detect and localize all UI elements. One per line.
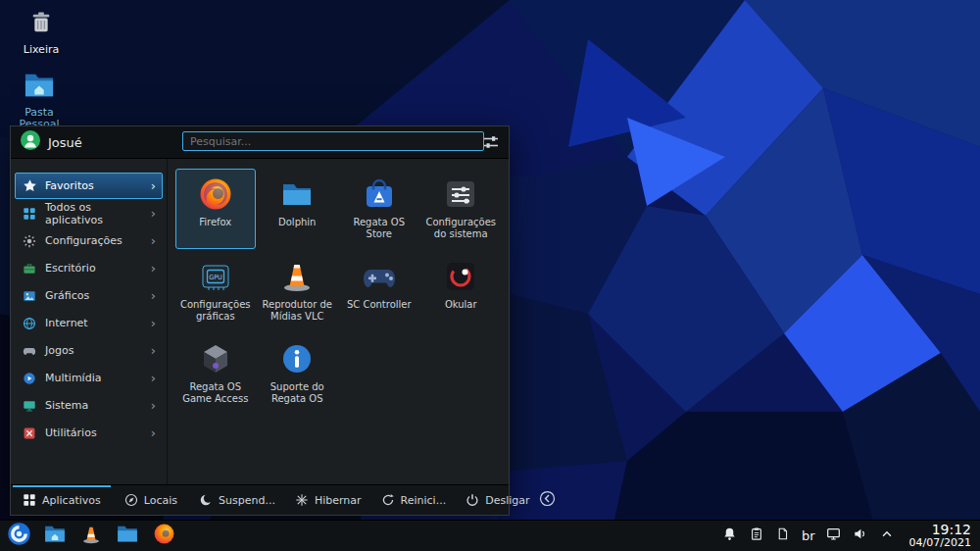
app-tile-label: Regata OS Game Access xyxy=(176,381,255,405)
app-tile-label: Configurações do sistema xyxy=(422,217,501,240)
display-icon xyxy=(826,526,841,545)
action-label: Hibernar xyxy=(315,494,362,507)
taskbar-home-folder-button[interactable] xyxy=(42,524,68,549)
tab-label: Aplicativos xyxy=(42,494,101,507)
app-tile-firefox[interactable]: Firefox xyxy=(175,169,256,249)
notifications-button[interactable] xyxy=(722,527,738,543)
chevron-right-icon: › xyxy=(151,399,156,412)
expand-caret-icon xyxy=(880,526,894,545)
vlc-cone-icon xyxy=(279,259,315,294)
sidebar-item-label: Todos os aplicativos xyxy=(45,201,143,226)
home-folder-icon xyxy=(23,71,56,104)
svg-text:GPU: GPU xyxy=(209,274,222,281)
app-tile-label: SC Controller xyxy=(347,299,412,311)
app-tile-sc-controller[interactable]: SC Controller xyxy=(339,251,419,331)
app-tile-label: Dolphin xyxy=(278,217,316,228)
launcher-footer: Aplicativos Locais Suspend... Hibernar R xyxy=(11,484,509,515)
app-tile-dolphin[interactable]: Dolphin xyxy=(258,169,338,249)
search-input[interactable] xyxy=(182,131,484,151)
app-tile-label: Okular xyxy=(445,299,477,311)
app-tile-label: Suporte do Regata OS xyxy=(259,381,337,405)
apps-grid-icon xyxy=(23,493,36,507)
app-tile-suporte-do-regata-os[interactable]: Suporte do Regata OS xyxy=(258,333,338,414)
sidebar-item-internet[interactable]: Internet › xyxy=(15,310,163,336)
suspend-button[interactable]: Suspend... xyxy=(189,485,285,515)
app-tile-label: Firefox xyxy=(199,217,231,228)
sidebar-item-utilitarios[interactable]: Utilitários › xyxy=(15,420,163,446)
document-icon xyxy=(776,526,789,545)
document-tray-button[interactable] xyxy=(775,527,791,543)
clipboard-icon xyxy=(750,526,763,545)
app-tile-label: Configurações gráficas xyxy=(176,299,255,323)
app-tile-okular[interactable]: Okular xyxy=(421,251,502,331)
tray-expander-button[interactable] xyxy=(879,527,895,543)
gamepad-icon xyxy=(22,343,37,359)
app-tile-regata-os-game-access[interactable]: Regata OS Game Access xyxy=(175,333,256,414)
firefox-icon xyxy=(198,176,233,212)
sliders-icon xyxy=(443,176,478,212)
sidebar-item-favoritos[interactable]: Favoritos › xyxy=(15,173,163,199)
restart-button[interactable]: Reinici... xyxy=(371,485,457,515)
launcher-body: Favoritos › Todos os aplicativos › Confi… xyxy=(11,159,509,484)
sidebar-item-label: Gráficos xyxy=(45,289,89,302)
leave-session-button[interactable] xyxy=(539,485,556,515)
folder-icon xyxy=(279,176,315,212)
configure-icon[interactable] xyxy=(482,133,500,151)
cube-icon xyxy=(198,341,233,376)
app-tile-regata-os-store[interactable]: Regata OS Store xyxy=(339,169,419,249)
chevron-right-icon: › xyxy=(151,179,156,192)
desktop-icon-home[interactable]: Pasta Pessoal xyxy=(4,71,74,130)
sidebar-item-todos-os-aplicativos[interactable]: Todos os aplicativos › xyxy=(15,200,163,226)
sidebar-item-escritorio[interactable]: Escritório › xyxy=(15,255,163,281)
notifications-bell-icon xyxy=(722,526,737,545)
tab-aplicativos[interactable]: Aplicativos xyxy=(11,485,113,515)
user-avatar[interactable] xyxy=(21,130,40,154)
clock-time: 19:12 xyxy=(909,522,971,537)
chevron-right-icon: › xyxy=(151,234,156,247)
tab-locais[interactable]: Locais xyxy=(113,485,189,515)
app-launcher-logo-icon xyxy=(7,522,31,550)
sidebar-item-label: Escritório xyxy=(45,262,96,275)
digital-clock[interactable]: 19:12 04/07/2021 xyxy=(909,522,974,550)
media-play-icon xyxy=(22,371,37,386)
app-tile-configuracoes-graficas[interactable]: GPU Configurações gráficas xyxy=(175,251,256,331)
sidebar-item-sistema[interactable]: Sistema › xyxy=(15,392,163,419)
sidebar-item-configuracoes[interactable]: Configurações › xyxy=(15,227,163,254)
sidebar-item-multimidia[interactable]: Multimídia › xyxy=(15,365,163,391)
system-tray: br 19:12 04/07/2021 xyxy=(722,522,974,550)
chevron-right-icon: › xyxy=(151,262,156,275)
gamepad-icon xyxy=(362,259,397,294)
desktop-icon-trash[interactable]: Lixeira xyxy=(6,8,76,56)
taskbar-files-button[interactable] xyxy=(115,524,140,549)
app-tile-configuracoes-do-sistema[interactable]: Configurações do sistema xyxy=(421,169,502,249)
sidebar-item-graficos[interactable]: Gráficos › xyxy=(15,282,163,309)
launcher-header: Josué xyxy=(11,126,509,159)
moon-icon xyxy=(199,493,213,507)
taskbar-firefox-button[interactable] xyxy=(151,524,176,549)
sidebar-item-label: Favoritos xyxy=(45,179,94,192)
trash-icon xyxy=(26,8,56,41)
sidebar-item-label: Multimídia xyxy=(45,372,101,384)
app-launcher-button[interactable] xyxy=(6,524,31,549)
chevron-right-icon: › xyxy=(151,372,156,384)
volume-button[interactable] xyxy=(853,527,868,543)
sidebar-item-jogos[interactable]: Jogos › xyxy=(15,337,163,364)
info-icon xyxy=(279,341,315,376)
sidebar-item-label: Sistema xyxy=(45,399,88,412)
favorites-grid: Firefox Dolphin Regata OS Store xyxy=(168,159,509,484)
action-label: Suspend... xyxy=(219,494,275,507)
clipboard-button[interactable] xyxy=(749,527,764,543)
all-apps-grid-icon xyxy=(22,206,37,222)
shutdown-button[interactable]: Desligar xyxy=(456,485,539,515)
action-label: Reinici... xyxy=(401,494,447,507)
app-tile-vlc[interactable]: Reprodutor de Mídias VLC xyxy=(258,251,338,331)
desktop-icon-label: Lixeira xyxy=(24,44,59,56)
taskbar-vlc-button[interactable] xyxy=(78,524,104,549)
hibernate-button[interactable]: Hibernar xyxy=(285,485,371,515)
keyboard-layout-indicator[interactable]: br xyxy=(802,528,815,543)
display-settings-button[interactable] xyxy=(826,527,842,543)
monitor-icon xyxy=(22,398,37,414)
briefcase-icon xyxy=(22,261,37,276)
app-tile-label: Reprodutor de Mídias VLC xyxy=(259,299,337,323)
star-icon xyxy=(22,178,37,194)
